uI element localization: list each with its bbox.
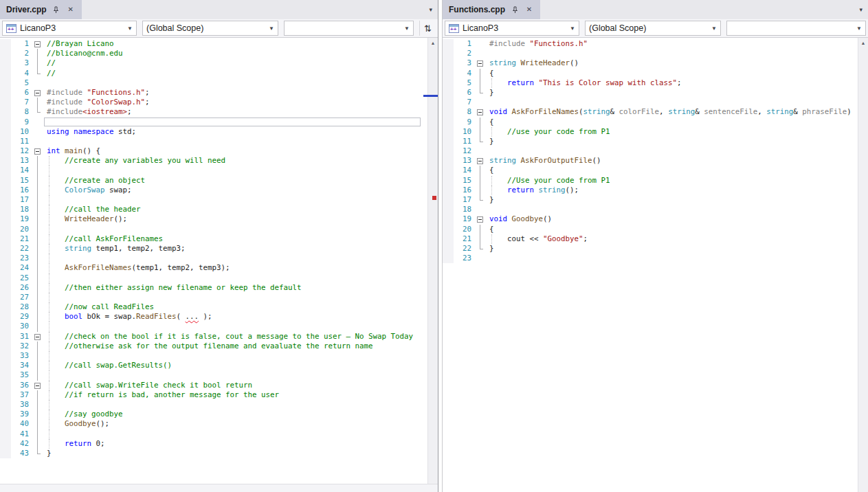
- indicator-margin[interactable]: [443, 39, 454, 49]
- indicator-margin[interactable]: [0, 205, 11, 214]
- member-dropdown[interactable]: ▼: [284, 21, 414, 36]
- scope-dropdown[interactable]: (Global Scope) ▼: [142, 21, 278, 36]
- code-line[interactable]: 22 string temp1, temp2, temp3;: [0, 244, 427, 254]
- code-line[interactable]: 2//blicano@cnm.edu: [0, 49, 427, 58]
- indicator-margin[interactable]: [0, 439, 11, 449]
- code-line[interactable]: 34 //call swap.GetResults(): [0, 361, 427, 370]
- code-line[interactable]: 16 ColorSwap swap;: [0, 186, 427, 195]
- indicator-margin[interactable]: [0, 302, 11, 312]
- code-line[interactable]: 4//: [0, 69, 427, 78]
- indicator-margin[interactable]: [0, 166, 11, 175]
- indicator-margin[interactable]: [443, 205, 454, 214]
- code-line[interactable]: 33: [0, 351, 427, 361]
- indicator-margin[interactable]: [0, 88, 11, 98]
- code-line[interactable]: 12: [443, 146, 858, 156]
- code-line[interactable]: 11}: [443, 137, 858, 146]
- fold-collapse-button[interactable]: [477, 60, 483, 67]
- code-line[interactable]: 3string WriteHeader(): [443, 58, 858, 68]
- indicator-margin[interactable]: [443, 127, 454, 137]
- indicator-margin[interactable]: [443, 49, 454, 58]
- code-line[interactable]: 21 cout << "Goodbye";: [443, 234, 858, 244]
- indicator-margin[interactable]: [443, 244, 454, 254]
- fold-collapse-button[interactable]: [34, 90, 41, 96]
- code-line[interactable]: 18 //call the header: [0, 205, 427, 214]
- code-line[interactable]: 29 bool bOk = swap.ReadFiles( ... );: [0, 312, 427, 322]
- code-line[interactable]: 23: [443, 254, 858, 263]
- indicator-margin[interactable]: [0, 225, 11, 234]
- code-line[interactable]: 15 //create an object: [0, 176, 427, 186]
- indicator-margin[interactable]: [0, 39, 11, 49]
- code-line[interactable]: 36 //call swap.WriteFile check it bool r…: [0, 381, 427, 390]
- indicator-margin[interactable]: [0, 69, 11, 78]
- indicator-margin[interactable]: [0, 244, 11, 254]
- indicator-margin[interactable]: [443, 186, 454, 195]
- code-line[interactable]: 3//: [0, 58, 427, 68]
- project-dropdown[interactable]: ++ LicanoP3 ▼: [2, 21, 137, 36]
- indicator-margin[interactable]: [443, 225, 454, 234]
- indicator-margin[interactable]: [443, 214, 454, 224]
- indicator-margin[interactable]: [0, 322, 11, 331]
- fold-collapse-button[interactable]: [34, 148, 41, 155]
- indicator-margin[interactable]: [0, 400, 11, 410]
- indicator-margin[interactable]: [0, 49, 11, 58]
- indicator-margin[interactable]: [0, 361, 11, 370]
- scroll-up-arrow-icon[interactable]: ▲: [858, 38, 868, 48]
- indicator-margin[interactable]: [0, 78, 11, 88]
- indicator-margin[interactable]: [0, 449, 11, 458]
- indicator-margin[interactable]: [443, 137, 454, 146]
- indicator-margin[interactable]: [0, 214, 11, 224]
- code-line[interactable]: 10 //use your code from P1: [443, 127, 858, 137]
- code-line[interactable]: 24 AskForFileNames(temp1, temp2, temp3);: [0, 263, 427, 273]
- scroll-up-arrow-icon[interactable]: ▲: [428, 38, 438, 48]
- code-line[interactable]: 11: [0, 137, 427, 146]
- code-line[interactable]: 35: [0, 370, 427, 380]
- code-line[interactable]: 27: [0, 293, 427, 302]
- code-line[interactable]: 14{: [443, 166, 858, 175]
- code-line[interactable]: 17}: [443, 195, 858, 205]
- horizontal-scrollbar[interactable]: [0, 484, 438, 492]
- code-line[interactable]: 41: [0, 429, 427, 439]
- project-dropdown[interactable]: ++ LicanoP3 ▼: [445, 21, 579, 36]
- code-line[interactable]: 20{: [443, 225, 858, 234]
- code-line[interactable]: 19void Goodbye(): [443, 214, 858, 224]
- indicator-margin[interactable]: [0, 370, 11, 380]
- indicator-margin[interactable]: [0, 263, 11, 273]
- code-line[interactable]: 7: [443, 98, 858, 107]
- indicator-margin[interactable]: [0, 195, 11, 205]
- code-line[interactable]: 1#include "Functions.h": [443, 39, 858, 49]
- code-line[interactable]: 15 //Use your code from P1: [443, 176, 858, 186]
- code-line[interactable]: 22}: [443, 244, 858, 254]
- indicator-margin[interactable]: [0, 234, 11, 244]
- indicator-margin[interactable]: [0, 390, 11, 400]
- code-line[interactable]: 38: [0, 400, 427, 410]
- code-line[interactable]: 1//Brayan Licano: [0, 39, 427, 49]
- code-line[interactable]: 19 WriteHeader();: [0, 214, 427, 224]
- indicator-margin[interactable]: [0, 118, 11, 127]
- fold-collapse-button[interactable]: [477, 158, 483, 164]
- code-line[interactable]: 32 //otherwise ask for the output filena…: [0, 342, 427, 351]
- indicator-margin[interactable]: [443, 195, 454, 205]
- indicator-margin[interactable]: [0, 351, 11, 361]
- indicator-margin[interactable]: [0, 146, 11, 156]
- code-line[interactable]: 31 //check on the bool if it is false, c…: [0, 332, 427, 342]
- code-line[interactable]: 13string AskForOutputFile(): [443, 156, 858, 166]
- indicator-margin[interactable]: [0, 58, 11, 68]
- indicator-margin[interactable]: [0, 254, 11, 263]
- indicator-margin[interactable]: [443, 98, 454, 107]
- code-line[interactable]: 2: [443, 49, 858, 58]
- code-line[interactable]: 14: [0, 166, 427, 175]
- tab-functions-cpp[interactable]: Functions.cpp ✕: [443, 0, 540, 19]
- indicator-margin[interactable]: [443, 107, 454, 117]
- split-editor-button[interactable]: ⇅: [419, 21, 436, 36]
- indicator-margin[interactable]: [0, 186, 11, 195]
- code-line[interactable]: 4{: [443, 69, 858, 78]
- pin-icon[interactable]: [52, 5, 61, 14]
- indicator-margin[interactable]: [443, 166, 454, 175]
- indicator-margin[interactable]: [443, 156, 454, 166]
- code-line[interactable]: 26 //then either assign new filename or …: [0, 283, 427, 293]
- code-line[interactable]: 8void AskForFileNames(string& colorFile,…: [443, 107, 858, 117]
- close-icon[interactable]: ✕: [524, 5, 534, 14]
- indicator-margin[interactable]: [0, 312, 11, 322]
- indicator-margin[interactable]: [443, 88, 454, 98]
- indicator-margin[interactable]: [443, 146, 454, 156]
